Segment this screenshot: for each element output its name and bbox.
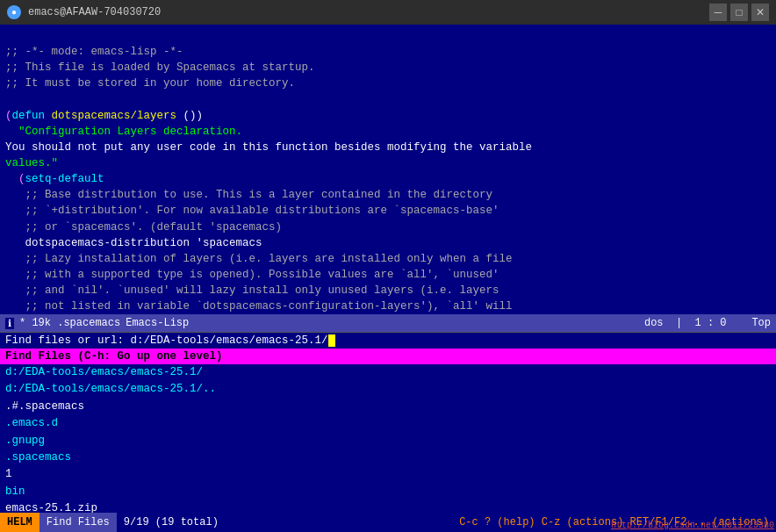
- code-line: ;; -*- mode: emacs-lisp -*-: [5, 44, 771, 60]
- code-line: [5, 92, 771, 108]
- code-line: dotspacemacs-distribution 'spacemacs: [5, 235, 771, 251]
- code-line: (setq-default: [5, 171, 771, 187]
- helm-find-files-label: Find Files: [40, 513, 117, 532]
- code-line: (defun dotspacemacs/layers ()): [5, 108, 771, 124]
- title-bar-text: emacs@AFAAW-704030720: [28, 6, 702, 18]
- code-line: ;; Base distribution to use. This is a l…: [5, 187, 771, 203]
- list-item[interactable]: 1: [5, 466, 771, 483]
- code-line: values.": [5, 155, 771, 171]
- list-item[interactable]: d:/EDA-tools/emacs/emacs-25.1/: [5, 364, 771, 381]
- title-bar: ● emacs@AFAAW-704030720 ─ □ ✕: [0, 0, 776, 25]
- app-icon: ●: [7, 5, 21, 19]
- encoding: dos: [644, 317, 664, 329]
- code-line: "Configuration Layers declaration.: [5, 124, 771, 140]
- scroll-position: Top: [751, 317, 771, 329]
- code-line: ;; `+distribution'. For now available di…: [5, 203, 771, 219]
- code-line: [5, 28, 771, 44]
- list-item[interactable]: .#.spacemacs: [5, 399, 771, 415]
- list-item[interactable]: .emacs.d: [5, 415, 771, 432]
- maximize-button[interactable]: □: [730, 4, 748, 21]
- helm-label: HELM: [0, 513, 40, 532]
- list-item[interactable]: bin: [5, 484, 771, 500]
- find-files-prompt: Find files or url: d:/EDA-tools/emacs/em…: [0, 333, 776, 349]
- mode-line-right: dos | 1 : 0 Top: [644, 317, 771, 329]
- buffer-info: * 19k .spacemacs: [19, 317, 120, 329]
- list-item[interactable]: .gnupg: [5, 433, 771, 449]
- cursor-position: 1 : 0: [695, 317, 727, 329]
- helm-count: 9/19 (19 total): [117, 516, 226, 528]
- mode-indicator: ℹ: [5, 318, 14, 329]
- list-item[interactable]: .spacemacs: [5, 449, 771, 466]
- file-list[interactable]: d:/EDA-tools/emacs/emacs-25.1/d:/EDA-too…: [0, 364, 776, 532]
- mode-line-left: ℹ * 19k .spacemacs Emacs-Lisp: [5, 317, 637, 329]
- watermark: http://blog.csdn.net/u011723380: [611, 521, 774, 530]
- list-item[interactable]: d:/EDA-tools/emacs/emacs-25.1/..: [5, 381, 771, 398]
- major-mode: Emacs-Lisp: [126, 317, 189, 329]
- code-line: ;; This file is loaded by Spacemacs at s…: [5, 60, 771, 75]
- bottom-bar: HELM Find Files 9/19 (19 total) C-c ? (h…: [0, 513, 776, 532]
- code-line: ;; not listed in variable `dotspacemacs-…: [5, 298, 771, 314]
- code-line: ;; with a supported type is opened). Pos…: [5, 267, 771, 283]
- code-line: ;; or `spacemacs'. (default 'spacemacs): [5, 219, 771, 235]
- helm-hint: Find Files (C-h: Go up one level): [0, 349, 776, 364]
- content-wrapper: ;; -*- mode: emacs-lisp -*- ;; This file…: [0, 25, 776, 532]
- code-line: ;; It must be stored in your home direct…: [5, 75, 771, 91]
- close-button[interactable]: ✕: [751, 4, 769, 21]
- editor-area[interactable]: ;; -*- mode: emacs-lisp -*- ;; This file…: [0, 25, 776, 314]
- code-line: You should not put any user code in this…: [5, 140, 771, 155]
- minimize-button[interactable]: ─: [709, 4, 727, 21]
- title-bar-controls: ─ □ ✕: [709, 4, 769, 21]
- minibuffer[interactable]: Find files or url: d:/EDA-tools/emacs/em…: [0, 332, 776, 532]
- mode-line: ℹ * 19k .spacemacs Emacs-Lisp dos | 1 : …: [0, 314, 776, 332]
- cursor: [328, 334, 335, 347]
- find-files-label: Find files or url: d:/EDA-tools/emacs/em…: [5, 334, 328, 347]
- code-line: ;; and `nil'. `unused' will lazy install…: [5, 283, 771, 298]
- code-line: ;; Lazy installation of layers (i.e. lay…: [5, 251, 771, 267]
